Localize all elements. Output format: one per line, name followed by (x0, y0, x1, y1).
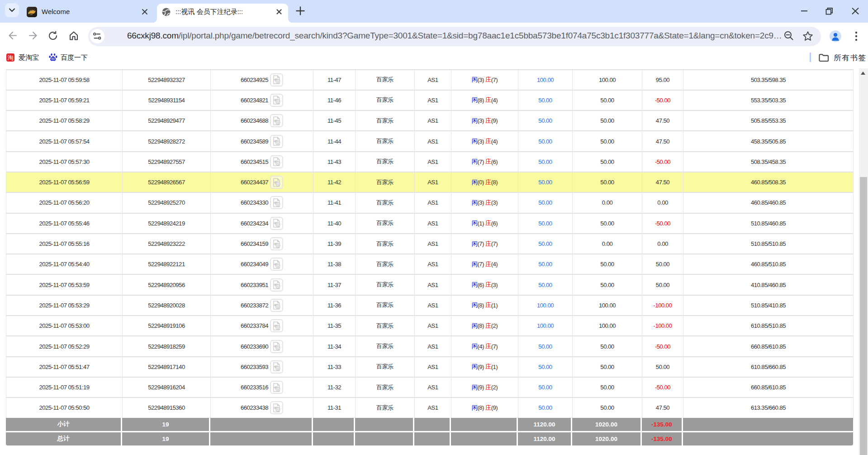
svg-text:du: du (51, 57, 55, 61)
